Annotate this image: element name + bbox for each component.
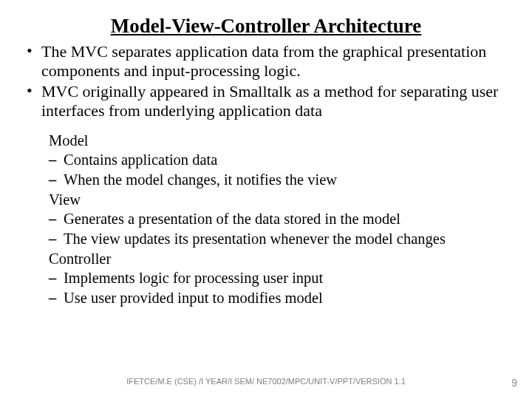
sub-content: Model Contains application data When the… — [21, 131, 511, 308]
list-item: Use user provided input to modifies mode… — [49, 288, 511, 308]
bullet-item: The MVC separates application data from … — [25, 42, 511, 81]
bullet-item: MVC originally appeared in Smalltalk as … — [25, 82, 511, 120]
slide-title: Model-View-Controller Architecture — [21, 15, 511, 38]
section-label-model: Model — [49, 131, 511, 151]
list-item: Contains application data — [49, 150, 511, 170]
slide: Model-View-Controller Architecture The M… — [0, 0, 532, 399]
section-label-view: View — [49, 190, 511, 210]
page-number: 9 — [511, 377, 517, 389]
controller-list: Implements logic for processing user inp… — [49, 268, 511, 307]
list-item: When the model changes, it notifies the … — [49, 170, 511, 190]
list-item: Implements logic for processing user inp… — [49, 268, 511, 288]
list-item: Generates a presentation of the data sto… — [49, 209, 511, 229]
list-item: The view updates its presentation whenev… — [49, 229, 511, 249]
view-list: Generates a presentation of the data sto… — [49, 209, 511, 248]
footer-text: IFETCE/M.E (CSE) /I YEAR/I SEM/ NE7002/M… — [0, 377, 532, 386]
section-label-controller: Controller — [49, 249, 511, 269]
model-list: Contains application data When the model… — [49, 150, 511, 189]
main-bullets: The MVC separates application data from … — [21, 42, 511, 120]
